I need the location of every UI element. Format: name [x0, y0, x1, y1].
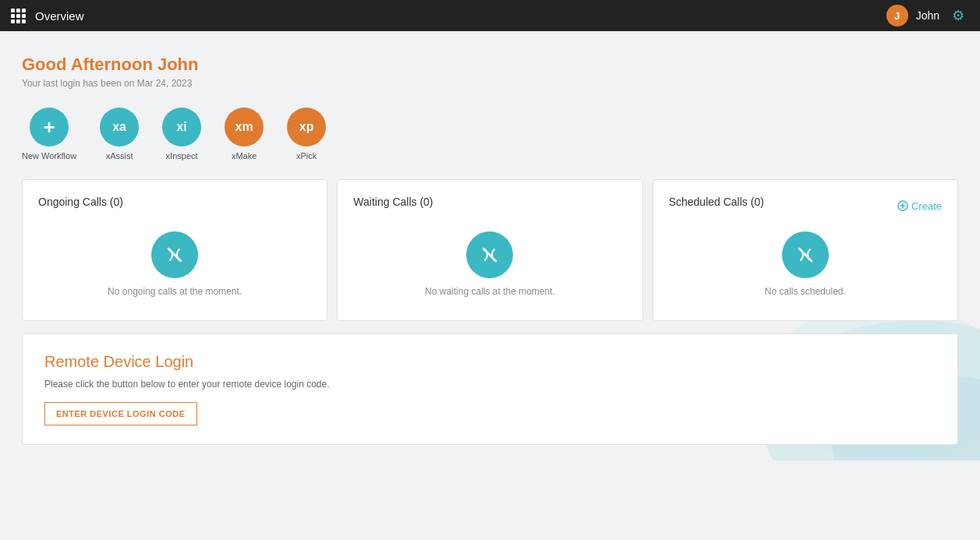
- waiting-empty-icon: [466, 231, 513, 278]
- waiting-empty-text: No waiting calls at the moment.: [425, 286, 555, 297]
- workflow-xmake[interactable]: xm xMake: [225, 108, 264, 161]
- workflow-xpick-label: xPick: [296, 151, 317, 161]
- xassist-icon: xa: [100, 108, 139, 146]
- ongoing-empty-text: No ongoing calls at the moment.: [108, 286, 242, 297]
- waiting-calls-card: Waiting Calls (0) No waiting calls at th…: [337, 179, 642, 321]
- ongoing-empty-icon: [151, 231, 198, 278]
- scheduled-empty-text: No calls scheduled.: [765, 286, 846, 297]
- xmake-icon: xm: [225, 108, 264, 146]
- waiting-calls-title: Waiting Calls (0): [353, 196, 626, 208]
- settings-icon[interactable]: ⚙: [947, 5, 969, 26]
- last-login-text: Your last login has been on Mar 24, 2023: [22, 78, 958, 89]
- workflow-xinspect-label: xInspect: [166, 151, 198, 161]
- workflow-xassist-label: xAssist: [106, 151, 133, 161]
- page-title: Overview: [35, 9, 84, 23]
- remote-device-card: Remote Device Login Please click the but…: [22, 334, 958, 445]
- ongoing-calls-card: Ongoing Calls (0) No ongoing calls at th…: [22, 179, 327, 321]
- top-navbar: Overview J John ⚙: [0, 0, 980, 31]
- workflow-new-label: New Workflow: [22, 151, 76, 161]
- workflow-xinspect[interactable]: xi xInspect: [162, 108, 201, 161]
- workflow-xpick[interactable]: xp xPick: [287, 108, 326, 161]
- ongoing-calls-title: Ongoing Calls (0): [38, 196, 311, 208]
- greeting-text: Good Afternoon John: [22, 55, 958, 75]
- scheduled-calls-title: Scheduled Calls (0): [669, 196, 764, 208]
- create-plus-circle-icon: [897, 200, 908, 211]
- xinspect-icon: xi: [162, 108, 201, 146]
- workflow-row: + New Workflow xa xAssist xi xInspect xm…: [22, 108, 958, 161]
- create-label: Create: [911, 200, 942, 212]
- new-workflow-icon: +: [30, 108, 69, 146]
- xpick-icon: xp: [287, 108, 326, 146]
- scheduled-calls-card: Scheduled Calls (0) Create: [653, 179, 958, 321]
- avatar: J: [886, 5, 908, 26]
- apps-icon[interactable]: [11, 9, 26, 23]
- remote-device-title: Remote Device Login: [44, 353, 936, 371]
- workflow-xmake-label: xMake: [232, 151, 256, 161]
- enter-device-login-button[interactable]: ENTER DEVICE LOGIN CODE: [44, 402, 197, 425]
- scheduled-empty-icon: [782, 231, 829, 278]
- create-scheduled-call-button[interactable]: Create: [897, 200, 942, 212]
- user-name: John: [916, 9, 939, 22]
- workflow-new[interactable]: + New Workflow: [22, 108, 76, 161]
- remote-device-desc: Please click the button below to enter y…: [44, 379, 936, 390]
- workflow-xassist[interactable]: xa xAssist: [100, 108, 139, 161]
- calls-cards-row: Ongoing Calls (0) No ongoing calls at th…: [22, 179, 958, 321]
